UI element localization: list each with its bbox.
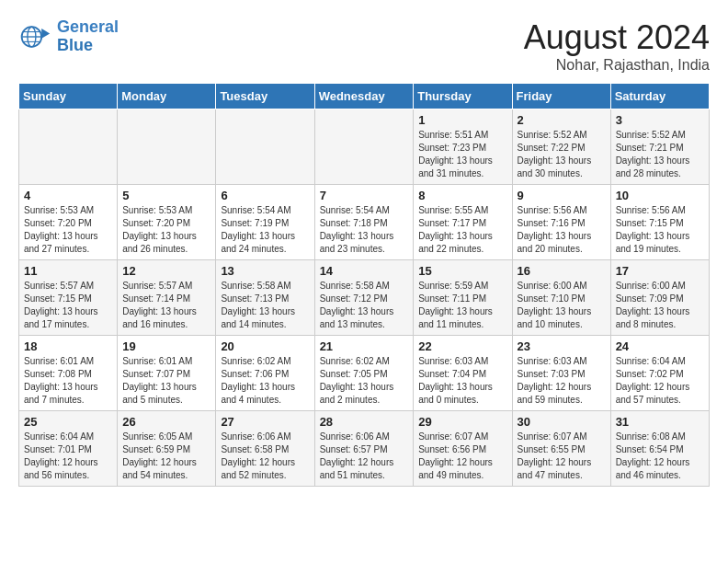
calendar-cell: 19Sunrise: 6:01 AMSunset: 7:07 PMDayligh…: [118, 336, 216, 411]
info-line: and 19 minutes.: [616, 244, 681, 254]
calendar-cell: 5Sunrise: 5:53 AMSunset: 7:20 PMDaylight…: [118, 185, 216, 260]
calendar-cell: 13Sunrise: 5:58 AMSunset: 7:13 PMDayligh…: [216, 260, 314, 336]
info-line: and 47 minutes.: [518, 470, 583, 480]
info-line: and 57 minutes.: [616, 395, 681, 405]
calendar-week-4: 18Sunrise: 6:01 AMSunset: 7:08 PMDayligh…: [19, 336, 710, 411]
info-line: and 23 minutes.: [320, 244, 385, 254]
day-number: 28: [320, 415, 409, 429]
day-info: Sunrise: 6:06 AMSunset: 6:58 PMDaylight:…: [221, 431, 309, 482]
info-line: Sunrise: 5:52 AM: [518, 130, 587, 140]
info-line: Sunrise: 6:00 AM: [518, 281, 587, 291]
info-line: Daylight: 13 hours: [221, 306, 295, 316]
info-line: Sunset: 7:05 PM: [320, 369, 388, 379]
info-line: Daylight: 13 hours: [616, 231, 690, 241]
info-line: and 49 minutes.: [418, 470, 483, 480]
info-line: Sunset: 7:23 PM: [418, 143, 486, 153]
info-line: Daylight: 12 hours: [418, 457, 493, 467]
calendar-cell: 12Sunrise: 5:57 AMSunset: 7:14 PMDayligh…: [118, 260, 216, 336]
day-number: 27: [221, 415, 309, 429]
info-line: Daylight: 13 hours: [418, 231, 493, 241]
calendar-week-5: 25Sunrise: 6:04 AMSunset: 7:01 PMDayligh…: [19, 411, 710, 487]
info-line: Daylight: 12 hours: [122, 457, 197, 467]
info-line: Daylight: 13 hours: [616, 306, 690, 316]
info-line: Sunset: 7:14 PM: [122, 293, 190, 304]
info-line: Daylight: 13 hours: [320, 382, 394, 392]
info-line: Daylight: 13 hours: [418, 155, 493, 166]
day-number: 20: [221, 339, 309, 353]
day-info: Sunrise: 5:52 AMSunset: 7:22 PMDaylight:…: [518, 129, 606, 180]
info-line: Sunrise: 5:59 AM: [418, 281, 488, 291]
info-line: Sunset: 7:10 PM: [518, 293, 586, 304]
day-number: 4: [24, 189, 112, 202]
info-line: Sunrise: 5:53 AM: [122, 205, 192, 215]
calendar-cell: 10Sunrise: 5:56 AMSunset: 7:15 PMDayligh…: [610, 185, 709, 260]
calendar-week-3: 11Sunrise: 5:57 AMSunset: 7:15 PMDayligh…: [19, 260, 710, 336]
info-line: Sunset: 7:16 PM: [518, 218, 586, 228]
day-info: Sunrise: 6:05 AMSunset: 6:59 PMDaylight:…: [122, 431, 210, 482]
day-info: Sunrise: 6:04 AMSunset: 7:02 PMDaylight:…: [616, 355, 704, 407]
day-number: 24: [616, 339, 704, 353]
info-line: Sunrise: 5:54 AM: [221, 205, 290, 215]
info-line: Sunrise: 5:57 AM: [24, 281, 94, 291]
calendar-cell: 30Sunrise: 6:07 AMSunset: 6:55 PMDayligh…: [512, 411, 610, 487]
day-info: Sunrise: 5:59 AMSunset: 7:11 PMDaylight:…: [418, 280, 506, 331]
day-header-thursday: Thursday: [414, 84, 512, 109]
calendar-cell: 22Sunrise: 6:03 AMSunset: 7:04 PMDayligh…: [414, 336, 512, 411]
info-line: Sunset: 7:12 PM: [320, 293, 388, 304]
info-line: Sunset: 6:54 PM: [616, 444, 684, 454]
calendar-cell: 8Sunrise: 5:55 AMSunset: 7:17 PMDaylight…: [414, 185, 512, 260]
info-line: and 24 minutes.: [221, 244, 286, 254]
day-info: Sunrise: 5:58 AMSunset: 7:12 PMDaylight:…: [320, 280, 409, 331]
info-line: Sunrise: 5:58 AM: [221, 281, 290, 291]
info-line: Sunrise: 5:53 AM: [24, 205, 94, 215]
info-line: Daylight: 13 hours: [122, 231, 197, 241]
info-line: Daylight: 13 hours: [221, 231, 295, 241]
day-info: Sunrise: 6:01 AMSunset: 7:08 PMDaylight:…: [24, 355, 112, 407]
info-line: Daylight: 13 hours: [418, 382, 493, 392]
day-number: 7: [320, 189, 409, 202]
day-info: Sunrise: 6:00 AMSunset: 7:10 PMDaylight:…: [518, 280, 606, 331]
info-line: and 7 minutes.: [24, 395, 85, 405]
logo-general: General: [57, 17, 119, 36]
day-info: Sunrise: 5:56 AMSunset: 7:16 PMDaylight:…: [518, 204, 606, 256]
day-number: 11: [24, 264, 112, 278]
day-info: Sunrise: 5:58 AMSunset: 7:13 PMDaylight:…: [221, 280, 309, 331]
info-line: Sunset: 7:13 PM: [221, 293, 289, 304]
info-line: Daylight: 12 hours: [221, 457, 295, 467]
info-line: Sunrise: 5:58 AM: [320, 281, 390, 291]
calendar-header-row: SundayMondayTuesdayWednesdayThursdayFrid…: [19, 84, 710, 109]
info-line: Sunset: 7:07 PM: [122, 369, 190, 379]
info-line: and 30 minutes.: [518, 168, 583, 178]
day-info: Sunrise: 5:53 AMSunset: 7:20 PMDaylight:…: [24, 204, 112, 256]
calendar-cell: 16Sunrise: 6:00 AMSunset: 7:10 PMDayligh…: [512, 260, 610, 336]
day-info: Sunrise: 6:06 AMSunset: 6:57 PMDaylight:…: [320, 431, 409, 482]
day-number: 15: [418, 264, 506, 278]
info-line: Daylight: 13 hours: [518, 231, 592, 241]
day-number: 1: [418, 113, 506, 127]
info-line: Sunrise: 6:02 AM: [320, 356, 390, 366]
calendar-cell: 21Sunrise: 6:02 AMSunset: 7:05 PMDayligh…: [314, 336, 414, 411]
info-line: Sunrise: 5:54 AM: [320, 205, 390, 215]
info-line: Daylight: 13 hours: [122, 306, 197, 316]
info-line: Sunrise: 5:57 AM: [122, 281, 192, 291]
info-line: Sunset: 7:18 PM: [320, 218, 388, 228]
info-line: Daylight: 13 hours: [518, 306, 592, 316]
logo: General Blue: [18, 18, 119, 55]
calendar-cell: 2Sunrise: 5:52 AMSunset: 7:22 PMDaylight…: [512, 109, 610, 185]
info-line: Sunset: 7:15 PM: [24, 293, 92, 304]
day-number: 18: [24, 339, 112, 353]
info-line: Sunset: 7:11 PM: [418, 293, 486, 304]
info-line: and 28 minutes.: [616, 168, 681, 178]
info-line: Sunset: 6:55 PM: [518, 444, 586, 454]
day-number: 13: [221, 264, 309, 278]
calendar-week-2: 4Sunrise: 5:53 AMSunset: 7:20 PMDaylight…: [19, 185, 710, 260]
info-line: Daylight: 13 hours: [518, 155, 592, 166]
day-info: Sunrise: 6:02 AMSunset: 7:05 PMDaylight:…: [320, 355, 409, 407]
info-line: Sunrise: 6:07 AM: [518, 431, 587, 442]
info-line: Sunset: 7:22 PM: [518, 143, 586, 153]
info-line: and 52 minutes.: [221, 470, 286, 480]
day-number: 9: [518, 189, 606, 202]
day-number: 19: [122, 339, 210, 353]
main-title: August 2024: [524, 18, 710, 57]
subtitle: Nohar, Rajasthan, India: [524, 57, 710, 74]
